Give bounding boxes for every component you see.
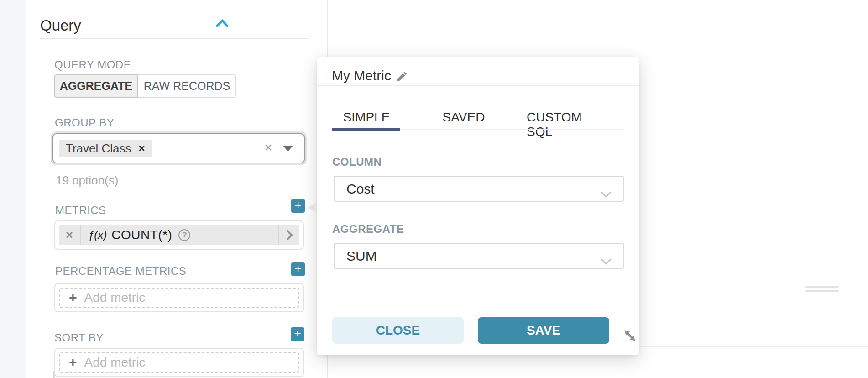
popover-resize-handle[interactable]	[622, 328, 638, 343]
sort-by-field: + Add metric	[54, 348, 304, 377]
add-metric-dropzone[interactable]: + Add metric	[59, 352, 299, 373]
column-label: COLUMN	[332, 156, 382, 168]
query-mode-toggle: AGGREGATE RAW RECORDS	[54, 74, 236, 98]
popover-title: My Metric	[332, 68, 391, 84]
tab-custom-sql[interactable]: CUSTOM SQL	[527, 110, 601, 139]
add-metric-dropzone[interactable]: + Add metric	[59, 288, 299, 308]
section-divider	[40, 38, 308, 39]
help-icon[interactable]: ?	[178, 229, 190, 241]
tag-remove-icon[interactable]: ×	[139, 142, 145, 155]
column-select[interactable]: Cost	[334, 176, 624, 202]
metric-edit-popover: My Metric SIMPLE SAVED CUSTOM SQL COLUMN…	[317, 57, 639, 355]
collapse-section-button[interactable]	[215, 18, 229, 29]
query-mode-aggregate-button[interactable]: AGGREGATE	[54, 74, 138, 98]
metric-remove-icon[interactable]: ×	[59, 228, 80, 242]
sort-by-label: SORT BY	[54, 331, 104, 344]
chart-resize-handle-line[interactable]	[805, 286, 839, 288]
tab-bar-divider	[400, 129, 624, 130]
plus-icon: +	[69, 291, 77, 304]
diagonal-resize-icon	[622, 328, 638, 343]
chart-resize-handle-line[interactable]	[805, 290, 839, 292]
metric-pill[interactable]: × ƒ(x) COUNT(*) ?	[59, 225, 299, 245]
chevron-up-icon	[215, 18, 229, 29]
query-mode-label: QUERY MODE	[54, 58, 131, 71]
column-select-value: Cost	[346, 181, 375, 197]
group-by-tag-label: Travel Class	[66, 142, 131, 156]
group-by-select[interactable]: Travel Class × ×	[52, 133, 305, 163]
pill-divider	[80, 225, 81, 245]
metric-expand-chevron[interactable]	[279, 230, 299, 241]
add-metric-placeholder: Add metric	[84, 290, 146, 305]
aggregate-label: AGGREGATE	[332, 223, 404, 236]
group-by-options-hint: 19 option(s)	[56, 173, 118, 188]
metrics-field: × ƒ(x) COUNT(*) ?	[54, 220, 304, 250]
function-icon: ƒ(x)	[88, 229, 107, 242]
add-metric-placeholder: Add metric	[84, 355, 146, 370]
active-tab-indicator	[332, 128, 400, 131]
query-section-title: Query	[40, 17, 81, 34]
tab-saved[interactable]: SAVED	[443, 110, 485, 125]
aggregate-select[interactable]: SUM	[334, 243, 624, 269]
explore-view: Query QUERY MODE AGGREGATE RAW RECORDS G…	[0, 0, 868, 378]
select-caret-icon[interactable]	[283, 146, 293, 152]
collapsed-left-gutter	[0, 0, 26, 378]
popover-header-divider	[317, 85, 639, 86]
plus-icon: +	[69, 356, 77, 369]
save-button[interactable]: SAVE	[478, 317, 609, 344]
group-by-tag[interactable]: Travel Class ×	[59, 140, 152, 157]
group-by-label: GROUP BY	[55, 116, 114, 129]
edit-title-pencil-icon[interactable]	[396, 70, 408, 84]
chevron-down-icon	[600, 186, 612, 201]
query-mode-raw-records-button[interactable]: RAW RECORDS	[138, 74, 236, 98]
add-percentage-metric-button[interactable]: +	[291, 262, 305, 276]
tab-simple[interactable]: SIMPLE	[343, 110, 390, 125]
metrics-label: METRICS	[55, 204, 106, 217]
percentage-metrics-field: + Add metric	[54, 283, 304, 312]
metric-pill-label: COUNT(*)	[111, 228, 172, 242]
add-sort-metric-button[interactable]: +	[291, 327, 304, 341]
chevron-right-icon	[286, 230, 293, 241]
popover-arrow	[309, 201, 317, 214]
add-metric-button[interactable]: +	[291, 199, 305, 213]
aggregate-select-value: SUM	[346, 248, 377, 264]
percentage-metrics-label: PERCENTAGE METRICS	[55, 265, 186, 278]
chevron-down-icon	[600, 253, 612, 268]
select-clear-icon[interactable]: ×	[264, 140, 272, 155]
close-button[interactable]: CLOSE	[332, 317, 464, 344]
